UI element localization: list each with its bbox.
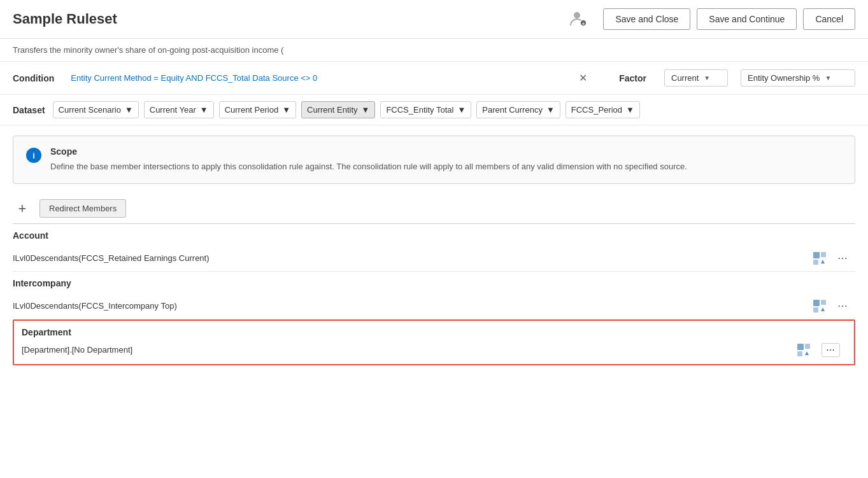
svg-rect-5 <box>813 260 818 265</box>
account-section: Account ILvl0Descendants(FCCS_Retained E… <box>0 224 868 272</box>
intercompany-section-header: Intercompany <box>13 272 855 293</box>
scope-content: Scope Define the base member intersectio… <box>50 146 687 173</box>
dataset-row: Dataset Current Scenario ▼ Current Year … <box>0 95 868 125</box>
dataset-entity-total-select[interactable]: FCCS_Entity Total ▼ <box>380 101 471 118</box>
chevron-down-icon: ▼ <box>825 74 831 81</box>
svg-rect-4 <box>821 252 826 257</box>
cancel-button[interactable]: Cancel <box>803 8 855 30</box>
factor-ownership-select[interactable]: Entity Ownership % ▼ <box>741 69 855 87</box>
user-icon: + <box>567 8 590 31</box>
condition-row: Condition Entity Current Method = Equity… <box>0 62 868 95</box>
info-icon: i <box>26 148 41 163</box>
account-row-icons: ⋯ <box>812 251 849 266</box>
account-row-value: ILvl0Descendants(FCCS_Retained Earnings … <box>13 253 806 263</box>
svg-rect-3 <box>813 252 820 258</box>
dataset-parent-currency-select[interactable]: Parent Currency ▼ <box>476 101 560 118</box>
page-title: Sample Ruleset <box>13 11 561 27</box>
chevron-down-icon: ▼ <box>125 105 133 115</box>
scope-title: Scope <box>50 146 687 157</box>
condition-value: Entity Current Method = Equity AND FCCS_… <box>71 73 566 83</box>
dataset-scenario-select[interactable]: Current Scenario ▼ <box>53 101 139 118</box>
dataset-year-select[interactable]: Current Year ▼ <box>144 101 214 118</box>
save-continue-button[interactable]: Save and Continue <box>697 8 797 30</box>
account-row: ILvl0Descendants(FCCS_Retained Earnings … <box>13 246 855 272</box>
save-close-button[interactable]: Save and Close <box>603 8 690 30</box>
scope-box: i Scope Define the base member intersect… <box>13 136 855 184</box>
intercompany-row-value: ILvl0Descendants(FCCS_Intercompany Top) <box>13 301 806 311</box>
factor-label: Factor <box>619 73 646 83</box>
more-options-button[interactable]: ⋯ <box>822 343 840 357</box>
svg-text:+: + <box>582 21 585 27</box>
intercompany-row-icons: ⋯ <box>812 299 849 314</box>
add-button[interactable]: + <box>13 199 32 218</box>
dataset-entity-select[interactable]: Current Entity ▼ <box>301 101 375 118</box>
svg-rect-9 <box>797 344 804 350</box>
svg-rect-6 <box>813 300 820 306</box>
condition-clear-button[interactable]: ✕ <box>579 72 587 84</box>
chevron-down-icon: ▼ <box>282 105 290 115</box>
condition-label: Condition <box>13 73 54 83</box>
department-row-value: [Department].[No Department] <box>22 345 796 355</box>
dataset-period-select[interactable]: Current Period ▼ <box>219 101 296 118</box>
department-section: Department [Department].[No Department] … <box>13 320 855 365</box>
redirect-members-button[interactable]: Redirect Members <box>39 199 126 218</box>
account-section-header: Account <box>13 224 855 246</box>
department-row: [Department].[No Department] ⋯ <box>22 342 846 364</box>
svg-rect-11 <box>797 351 802 356</box>
dataset-period2-select[interactable]: FCCS_Period ▼ <box>566 101 640 118</box>
subtitle-text: Transfers the minority owner's share of … <box>0 39 868 62</box>
intercompany-section: Intercompany ILvl0Descendants(FCCS_Inter… <box>0 272 868 320</box>
scope-description: Define the base member intersections to … <box>50 160 687 173</box>
department-row-icons: ⋯ <box>796 342 840 358</box>
svg-point-0 <box>574 12 580 18</box>
page-header: Sample Ruleset + Save and Close Save and… <box>0 0 868 39</box>
intercompany-row: ILvl0Descendants(FCCS_Intercompany Top) … <box>13 293 855 320</box>
svg-rect-8 <box>813 307 818 313</box>
department-section-header: Department <box>22 321 846 342</box>
svg-rect-10 <box>805 344 810 349</box>
factor-current-select[interactable]: Current ▼ <box>664 69 728 87</box>
dataset-label: Dataset <box>13 105 45 115</box>
chevron-down-icon: ▼ <box>546 105 555 115</box>
chevron-down-icon: ▼ <box>457 105 466 115</box>
toolbar-row: + Redirect Members <box>0 194 868 223</box>
member-selector-icon[interactable] <box>796 342 811 358</box>
member-selector-icon[interactable] <box>812 299 827 314</box>
more-options-button[interactable]: ⋯ <box>837 300 849 312</box>
chevron-down-icon: ▼ <box>362 105 370 115</box>
member-selector-icon[interactable] <box>812 251 827 266</box>
chevron-down-icon: ▼ <box>704 74 710 81</box>
chevron-down-icon: ▼ <box>200 105 208 115</box>
svg-rect-7 <box>821 300 826 305</box>
more-options-button[interactable]: ⋯ <box>837 252 849 264</box>
department-section-wrapper: Department [Department].[No Department] … <box>0 320 868 365</box>
chevron-down-icon: ▼ <box>626 105 634 115</box>
